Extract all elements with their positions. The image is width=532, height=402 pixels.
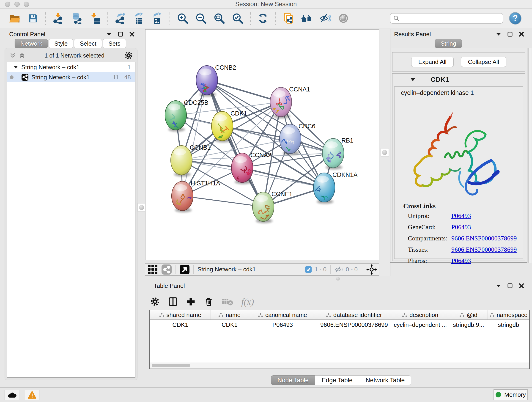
tab-select[interactable]: Select <box>74 39 102 48</box>
show-all-views-button[interactable] <box>298 10 316 27</box>
network-graph[interactable]: CCNB2CCNA1CDC25BCDK1CDC6RB1CCNB1CCNA2CDK… <box>146 30 379 260</box>
grid-view-icon[interactable] <box>147 264 158 275</box>
float-panel-icon[interactable] <box>507 283 513 288</box>
bottom-splitter-handle[interactable] <box>336 277 340 281</box>
network-node-CCNB2[interactable] <box>196 65 218 96</box>
crosslink-link[interactable]: P06493 <box>451 212 471 220</box>
expand-all-icon[interactable] <box>19 52 25 58</box>
gene-section-header[interactable]: CDK1 <box>393 74 525 85</box>
section-expander-icon[interactable] <box>410 78 415 81</box>
right-splitter-handle[interactable] <box>380 148 389 157</box>
tab-style[interactable]: Style <box>49 39 73 48</box>
column-header-database-identifier[interactable]: database identifier <box>317 310 391 319</box>
panel-menu-icon[interactable] <box>106 32 112 36</box>
search-input[interactable] <box>399 15 500 22</box>
results-scrollbar[interactable] <box>528 48 532 263</box>
memory-button[interactable]: Memory <box>494 389 528 400</box>
gear-icon[interactable] <box>124 51 133 60</box>
help-button[interactable]: ? <box>509 12 521 25</box>
table-cell[interactable]: stringdb <box>488 320 529 330</box>
export-image-button[interactable] <box>148 10 166 27</box>
panel-menu-icon[interactable] <box>496 284 501 288</box>
column-header-namespace[interactable]: namespace <box>488 310 529 319</box>
apply-layout-button[interactable] <box>254 10 272 27</box>
import-table-file-button[interactable] <box>86 10 104 27</box>
zoom-fit-button[interactable] <box>210 10 228 27</box>
export-table-button[interactable] <box>130 10 148 27</box>
add-column-icon[interactable] <box>186 297 196 307</box>
network-view-canvas[interactable]: CCNB2CCNA1CDC25BCDK1CDC6RB1CCNB1CCNA2CDK… <box>145 29 379 260</box>
collapse-all-icon[interactable] <box>10 52 16 58</box>
column-header-id[interactable]: @id <box>449 310 488 319</box>
network-node-CDKN1A[interactable] <box>313 173 335 204</box>
tab-network-table[interactable]: Network Table <box>359 375 412 385</box>
network-node-CCNA1[interactable] <box>270 87 292 118</box>
delete-column-icon[interactable] <box>204 297 214 307</box>
close-panel-icon[interactable] <box>519 32 524 37</box>
close-panel-icon[interactable] <box>129 32 135 37</box>
tab-network[interactable]: Network <box>15 39 48 48</box>
table-cell[interactable]: CDK1 <box>150 320 211 330</box>
network-edge[interactable] <box>207 80 281 102</box>
show-columns-icon[interactable] <box>168 297 178 307</box>
zoom-out-button[interactable] <box>192 10 210 27</box>
column-type-icon <box>402 313 407 317</box>
table-cell[interactable]: 9606.ENSP00000378699 <box>317 320 391 330</box>
collapse-all-button[interactable]: Collapse All <box>461 57 506 67</box>
float-panel-icon[interactable] <box>507 32 513 37</box>
import-network-database-button[interactable] <box>68 10 86 27</box>
network-edge[interactable] <box>182 196 263 207</box>
expand-all-button[interactable]: Expand All <box>411 57 454 67</box>
column-header-description[interactable]: description <box>391 310 449 319</box>
network-row-selected[interactable]: String Network – cdk1 11 48 <box>7 72 135 82</box>
table-cell[interactable]: CDK1 <box>211 320 248 330</box>
column-header-name[interactable]: name <box>211 310 248 319</box>
gear-icon[interactable] <box>150 297 160 307</box>
fit-content-crosshair-icon[interactable] <box>366 264 377 275</box>
birdseye-view-icon[interactable] <box>180 264 190 274</box>
crosslink-link[interactable]: 9606.ENSP00000378699 <box>451 246 517 253</box>
selected-checkbox-icon[interactable] <box>305 266 312 273</box>
clone-network-button[interactable] <box>279 10 298 27</box>
table-cell[interactable]: stringdb:9... <box>449 320 488 330</box>
string-badge-icon[interactable] <box>161 264 172 275</box>
network-collection-row[interactable]: String Network – cdk1 1 <box>7 62 135 72</box>
network-node-CDC25B[interactable] <box>165 101 186 134</box>
open-session-button[interactable] <box>6 10 24 27</box>
table-cell[interactable]: cyclin–dependent ... <box>391 320 449 330</box>
left-splitter-handle[interactable] <box>138 203 146 211</box>
export-network-button[interactable] <box>111 10 130 27</box>
zoom-selected-button[interactable] <box>228 10 247 27</box>
scrollbar-thumb[interactable] <box>152 364 190 367</box>
tab-string[interactable]: String <box>435 39 462 48</box>
table-row[interactable]: CDK1CDK1P064939606.ENSP00000378699cyclin… <box>150 320 529 330</box>
panel-menu-icon[interactable] <box>496 32 501 36</box>
tab-edge-table[interactable]: Edge Table <box>315 375 359 385</box>
tab-node-table[interactable]: Node Table <box>271 375 315 385</box>
network-node-CCNB1[interactable] <box>171 146 192 177</box>
import-network-file-button[interactable] <box>49 10 68 27</box>
table-cell[interactable]: P06493 <box>248 320 317 330</box>
warnings-button[interactable] <box>25 390 39 400</box>
network-edge[interactable] <box>207 80 263 207</box>
network-edge[interactable] <box>242 168 324 187</box>
tree-expander-icon[interactable] <box>13 65 18 69</box>
tab-sets[interactable]: Sets <box>103 39 126 48</box>
network-node-RB1[interactable] <box>322 138 344 169</box>
crosslink-row: Pharos:P06493 <box>408 257 518 264</box>
zoom-in-button[interactable] <box>173 10 192 27</box>
hide-selected-button[interactable] <box>316 10 334 27</box>
crosslink-link[interactable]: 9606.ENSP00000378699 <box>451 235 517 242</box>
cloud-status-button[interactable] <box>5 390 19 400</box>
close-panel-icon[interactable] <box>519 283 524 288</box>
crosslink-link[interactable]: P06493 <box>451 257 471 264</box>
float-panel-icon[interactable] <box>118 32 123 37</box>
column-header-shared-name[interactable]: shared name <box>150 310 211 319</box>
column-header-canonical-name[interactable]: canonical name <box>248 310 317 319</box>
table-horizontal-scrollbar[interactable] <box>150 363 529 368</box>
network-edge[interactable] <box>182 80 207 196</box>
crosslink-link[interactable]: P06493 <box>451 223 471 231</box>
save-session-button[interactable] <box>24 10 42 27</box>
network-node-CCNE1[interactable] <box>253 192 274 223</box>
show-graphics-details-button[interactable] <box>334 10 353 27</box>
